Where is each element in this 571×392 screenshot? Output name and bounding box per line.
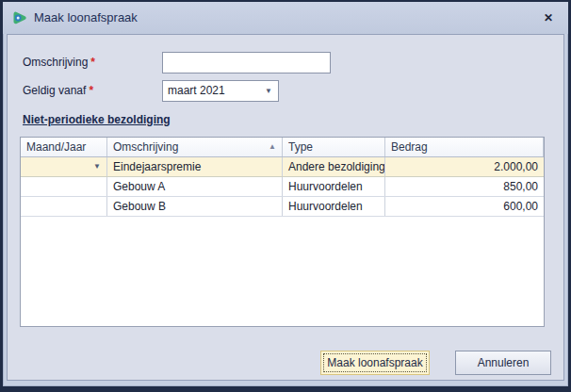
omschrijving-input[interactable] xyxy=(162,52,331,74)
cell-bedrag[interactable]: 850,00 xyxy=(385,177,544,196)
column-header-maand-jaar[interactable]: Maand/Jaar xyxy=(21,138,107,156)
cell-type[interactable]: Huurvoordelen xyxy=(283,177,385,196)
cell-bedrag[interactable]: 600,00 xyxy=(385,197,544,216)
table-row[interactable]: Gebouw A Huurvoordelen 850,00 xyxy=(21,177,544,197)
cell-maand-jaar[interactable]: ▼ xyxy=(21,157,107,176)
geldig-vanaf-label-text: Geldig vanaf xyxy=(23,84,86,97)
cell-omschrijving[interactable]: Gebouw B xyxy=(107,197,283,216)
geldig-vanaf-value: maart 2021 xyxy=(168,84,225,97)
app-icon xyxy=(11,9,28,26)
table-row[interactable]: ▼ Eindejaarspremie Andere bezoldigingen … xyxy=(21,157,544,177)
table-header-row: Maand/Jaar Omschrijving ▲ Type Bedrag xyxy=(21,138,544,157)
sort-ascending-icon[interactable]: ▲ xyxy=(269,138,276,156)
column-header-type[interactable]: Type xyxy=(283,138,385,156)
section-title: Niet-periodieke bezoldiging xyxy=(23,113,171,126)
titlebar[interactable]: Maak loonafspraak ✕ xyxy=(3,2,568,34)
cell-bedrag[interactable]: 2.000,00 xyxy=(385,157,544,176)
cell-omschrijving[interactable]: Eindejaarspremie xyxy=(107,157,283,176)
annuleren-button-label: Annuleren xyxy=(478,356,530,369)
required-asterisk: * xyxy=(90,56,95,69)
dialog-window: Maak loonafspraak ✕ Omschrijving* Geldig… xyxy=(0,0,571,392)
table-row[interactable]: Gebouw B Huurvoordelen 600,00 xyxy=(21,197,544,217)
geldig-vanaf-label: Geldig vanaf* xyxy=(23,84,93,97)
close-icon[interactable]: ✕ xyxy=(536,7,561,29)
cell-omschrijving[interactable]: Gebouw A xyxy=(107,177,283,196)
table-empty-area xyxy=(21,217,544,326)
bezoldiging-table: Maand/Jaar Omschrijving ▲ Type Bedrag ▼ … xyxy=(20,137,545,327)
chevron-down-icon[interactable]: ▼ xyxy=(93,157,101,176)
column-header-bedrag[interactable]: Bedrag xyxy=(385,138,544,156)
cell-type[interactable]: Andere bezoldigingen xyxy=(283,157,385,176)
annuleren-button[interactable]: Annuleren xyxy=(455,351,551,375)
cell-maand-jaar[interactable] xyxy=(21,197,107,216)
omschrijving-label: Omschrijving* xyxy=(23,56,95,69)
geldig-vanaf-combobox[interactable]: maart 2021 ▼ xyxy=(162,80,279,102)
window-title: Maak loonafspraak xyxy=(34,2,138,34)
column-header-omschrijving[interactable]: Omschrijving ▲ xyxy=(107,138,283,156)
chevron-down-icon[interactable]: ▼ xyxy=(265,81,272,101)
cell-maand-jaar[interactable] xyxy=(21,177,107,196)
maak-loonafspraak-button[interactable]: Maak loonafspraak xyxy=(320,351,430,375)
cell-type[interactable]: Huurvoordelen xyxy=(283,197,385,216)
column-header-omschrijving-text: Omschrijving xyxy=(113,140,178,154)
omschrijving-label-text: Omschrijving xyxy=(23,56,88,69)
required-asterisk: * xyxy=(89,84,93,97)
maak-loonafspraak-button-label: Maak loonafspraak xyxy=(327,356,422,369)
